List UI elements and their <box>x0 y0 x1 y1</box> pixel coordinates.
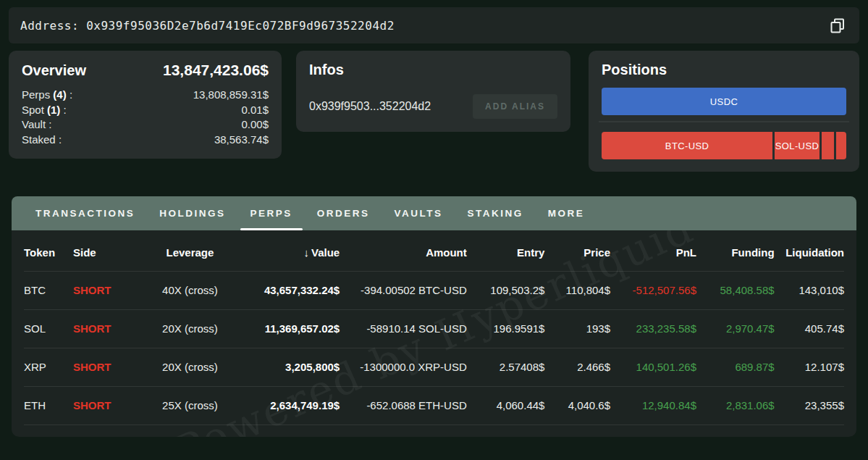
add-alias-button[interactable]: ADD ALIAS <box>473 94 557 119</box>
cell-price: 110,804$ <box>544 271 610 309</box>
cell-liquidation: 12.107$ <box>775 348 844 386</box>
col-header-amount[interactable]: Amount <box>340 235 467 271</box>
positions-divider <box>599 121 849 122</box>
overview-row-label: Staked : <box>22 133 62 148</box>
copy-icon <box>829 17 846 34</box>
overview-row-value: 0.01$ <box>241 103 269 118</box>
cell-pnl: 12,940.84$ <box>610 386 696 425</box>
tab-vaults[interactable]: VAULTS <box>382 196 455 230</box>
overview-row-label: Perps (4) : <box>22 88 72 103</box>
positions-title: Positions <box>602 62 846 78</box>
summary-cards: Overview 13,847,423.06$ Perps (4) : 13,8… <box>9 51 859 172</box>
tab-orders[interactable]: ORDERS <box>305 196 382 230</box>
overview-row-vault: Vault : 0.00$ <box>22 117 269 133</box>
cell-entry: 109,503.2$ <box>467 271 545 309</box>
perps-table-panel: Powered by Hyperliquid Token Side Levera… <box>12 230 856 437</box>
col-header-token[interactable]: Token <box>24 235 73 271</box>
col-header-side[interactable]: Side <box>73 235 139 271</box>
short-address: 0x939f9503...352204d2 <box>309 100 431 113</box>
cell-price: 4,040.6$ <box>544 386 610 425</box>
infos-title: Infos <box>309 62 557 78</box>
overview-card: Overview 13,847,423.06$ Perps (4) : 13,8… <box>9 51 282 159</box>
cell-leverage: 25X (cross) <box>139 386 242 425</box>
perps-row-sol: SOL SHORT 20X (cross) 11,369,657.02$ -58… <box>24 309 844 348</box>
overview-row-label: Vault : <box>22 117 51 133</box>
overview-row-value: 0.00$ <box>241 117 269 133</box>
cell-funding: 2,970.47$ <box>696 309 775 348</box>
cell-liquidation: 143,010$ <box>775 271 844 309</box>
overview-row-staked: Staked : 38,563.74$ <box>22 133 269 148</box>
spot-positions-bar: USDC <box>602 88 846 115</box>
cell-pnl: 140,501.26$ <box>610 348 696 386</box>
tab-staking[interactable]: STAKING <box>455 196 536 230</box>
col-header-pnl[interactable]: PnL <box>610 235 696 271</box>
cell-funding: 689.87$ <box>696 348 775 386</box>
cell-token: XRP <box>24 348 73 386</box>
cell-value: 2,634,749.19$ <box>241 386 340 425</box>
position-segment-usdc[interactable]: USDC <box>602 88 846 115</box>
address-text: Address: 0x939f95036D2e7b6d7419Ec072BF9d… <box>20 19 395 33</box>
position-segment-sol-usd[interactable]: SOL-USD <box>775 132 819 159</box>
cell-entry: 4,060.44$ <box>467 386 545 425</box>
cell-funding: 2,831.06$ <box>696 386 775 425</box>
perps-table: Token Side Leverage ↓Value Amount Entry … <box>24 235 844 425</box>
cell-token: BTC <box>24 271 73 309</box>
cell-token: SOL <box>24 309 73 348</box>
cell-value: 3,205,800$ <box>241 348 340 386</box>
position-segment-btc-usd[interactable]: BTC-USD <box>602 132 772 159</box>
tab-more[interactable]: MORE <box>536 196 597 230</box>
cell-amount: -58910.14 SOL-USD <box>340 309 467 348</box>
cell-entry: 196.9591$ <box>467 309 545 348</box>
perp-positions-bar: BTC-USDSOL-USD <box>602 132 846 159</box>
overview-row-label: Spot (1) : <box>22 103 67 118</box>
copy-address-button[interactable] <box>827 15 848 35</box>
page: Address: 0x939f95036D2e7b6d7419Ec072BF9d… <box>0 0 868 460</box>
cell-liquidation: 23,355$ <box>775 386 844 425</box>
overview-row-spot: Spot (1) : 0.01$ <box>22 103 269 118</box>
col-header-price[interactable]: Price <box>544 235 610 271</box>
overview-total-value: 13,847,423.06$ <box>163 62 269 79</box>
table-header-row: Token Side Leverage ↓Value Amount Entry … <box>24 235 844 271</box>
cell-pnl: 233,235.58$ <box>610 309 696 348</box>
cell-amount: -652.0688 ETH-USD <box>340 386 467 425</box>
col-header-funding[interactable]: Funding <box>696 235 775 271</box>
position-segment[interactable] <box>836 132 846 159</box>
cell-price: 193$ <box>544 309 610 348</box>
overview-row-value: 13,808,859.31$ <box>193 88 269 103</box>
col-header-entry[interactable]: Entry <box>467 235 545 271</box>
col-header-value[interactable]: ↓Value <box>241 235 340 271</box>
position-segment[interactable] <box>822 132 834 159</box>
cell-token: ETH <box>24 386 73 425</box>
cell-value: 43,657,332.24$ <box>241 271 340 309</box>
address-value: 0x939f95036D2e7b6d7419Ec072BF9d967352204… <box>86 19 395 33</box>
perps-row-xrp: XRP SHORT 20X (cross) 3,205,800$ -130000… <box>24 348 844 386</box>
cell-side: SHORT <box>73 309 139 348</box>
cell-entry: 2.57408$ <box>467 348 545 386</box>
tab-bar: TRANSACTIONS HOLDINGS PERPS ORDERS VAULT… <box>12 196 856 230</box>
perps-row-eth: ETH SHORT 25X (cross) 2,634,749.19$ -652… <box>24 386 844 425</box>
positions-card: Positions USDC BTC-USDSOL-USD <box>589 51 859 172</box>
address-bar: Address: 0x939f95036D2e7b6d7419Ec072BF9d… <box>9 7 859 43</box>
address-label: Address: <box>20 19 79 33</box>
overview-row-perps: Perps (4) : 13,808,859.31$ <box>22 88 269 103</box>
cell-funding: 58,408.58$ <box>696 271 775 309</box>
cell-amount: -394.00502 BTC-USD <box>340 271 467 309</box>
cell-liquidation: 405.74$ <box>775 309 844 348</box>
overview-row-value: 38,563.74$ <box>214 133 269 148</box>
cell-amount: -1300000.0 XRP-USD <box>340 348 467 386</box>
cell-pnl: -512,507.56$ <box>610 271 696 309</box>
cell-price: 2.466$ <box>544 348 610 386</box>
cell-side: SHORT <box>73 348 139 386</box>
cell-value: 11,369,657.02$ <box>241 309 340 348</box>
col-header-liquidation[interactable]: Liquidation <box>775 235 844 271</box>
infos-card: Infos 0x939f9503...352204d2 ADD ALIAS <box>296 51 570 132</box>
cell-side: SHORT <box>73 271 139 309</box>
overview-title: Overview <box>22 62 86 79</box>
tab-transactions[interactable]: TRANSACTIONS <box>23 196 147 230</box>
tab-holdings[interactable]: HOLDINGS <box>147 196 237 230</box>
cell-leverage: 20X (cross) <box>139 348 242 386</box>
cell-side: SHORT <box>73 386 139 425</box>
tab-perps[interactable]: PERPS <box>238 196 305 230</box>
perps-row-btc: BTC SHORT 40X (cross) 43,657,332.24$ -39… <box>24 271 844 309</box>
col-header-leverage[interactable]: Leverage <box>139 235 242 271</box>
